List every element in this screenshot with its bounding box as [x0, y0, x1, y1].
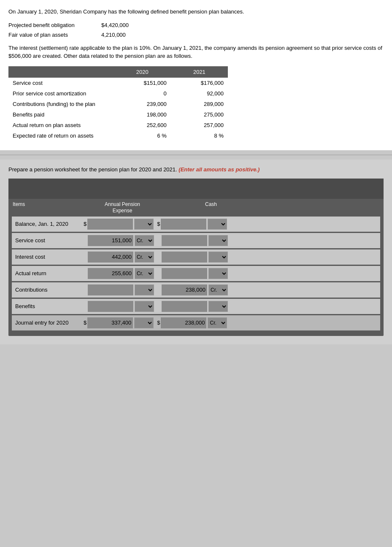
- fvpa-row: Fair value of plan assets 4,210,000: [8, 32, 384, 38]
- table-row: Actual return on plan assets 252,600 257…: [8, 120, 228, 130]
- row-label: Interest cost: [15, 254, 84, 260]
- cash-input[interactable]: [162, 284, 207, 295]
- top-section: On January 1, 2020, Sheridan Company has…: [0, 0, 392, 150]
- fvpa-value: 4,210,000: [101, 32, 126, 38]
- row-val1: 6 %: [114, 130, 171, 141]
- cash-input[interactable]: [162, 252, 207, 263]
- annual-select[interactable]: Dr.Cr.: [135, 284, 154, 295]
- col-2021-header: 2021: [171, 66, 228, 78]
- annual-input[interactable]: [88, 235, 133, 246]
- fvpa-label: Fair value of plan assets: [8, 32, 101, 38]
- annual-input[interactable]: [87, 219, 133, 230]
- cash-select[interactable]: Dr.Cr.: [208, 301, 228, 312]
- col-2020-header: 2020: [114, 66, 171, 78]
- worksheet-row: Balance, Jan. 1, 2020 $ Dr.Cr. $ Dr.Cr.: [12, 217, 380, 232]
- row-val1: 252,600: [114, 120, 171, 130]
- journal-annual-select[interactable]: Cr. Dr.: [134, 317, 154, 328]
- row-label: Actual return: [15, 270, 84, 276]
- row-val2: $176,000: [171, 78, 228, 88]
- row-val2: 289,000: [171, 99, 228, 109]
- worksheet-row: Contributions Dr.Cr. Cr.Dr.: [12, 282, 380, 298]
- row-val2: 92,000: [171, 88, 228, 99]
- bottom-intro: Prepare a pension worksheet for the pens…: [8, 166, 384, 173]
- col-items-label: Items: [13, 201, 84, 214]
- journal-cash-select[interactable]: Cr. Dr.: [208, 317, 227, 328]
- worksheet-row: Benefits Dr.Cr. Dr.Cr.: [12, 299, 380, 314]
- annual-input[interactable]: [88, 284, 133, 295]
- row-label: Contributions: [15, 287, 84, 293]
- journal-dollar-annual: $: [84, 320, 87, 326]
- bottom-intro-text: Prepare a pension worksheet for the pens…: [8, 166, 177, 173]
- annual-select[interactable]: Dr.Cr.: [135, 301, 154, 312]
- pbo-value: $4,420,000: [101, 22, 129, 28]
- cash-select[interactable]: Dr.Cr.: [208, 252, 228, 263]
- separator: [0, 154, 392, 155]
- cash-select[interactable]: Dr.Cr.: [208, 235, 228, 246]
- worksheet-container: Items Annual Pension Expense Cash Balanc…: [8, 179, 384, 336]
- journal-cash-input[interactable]: [161, 317, 206, 328]
- row-val2: 257,000: [171, 120, 228, 130]
- row-label: Contributions (funding) to the plan: [8, 99, 114, 109]
- worksheet-row: Actual return Cr.Dr.Cr. Dr.Cr.: [12, 266, 380, 281]
- pbo-label: Projected benefit obligation: [8, 22, 101, 28]
- row-val2: 8 %: [171, 130, 228, 141]
- annual-input[interactable]: [88, 301, 133, 312]
- row-val1: 0: [114, 88, 171, 99]
- description-paragraph: The interest (settlement) rate applicabl…: [8, 44, 384, 60]
- row-label: Prior service cost amortization: [8, 88, 114, 99]
- cash-select[interactable]: Cr.Dr.: [208, 284, 228, 295]
- journal-dollar-cash: $: [157, 320, 160, 326]
- row-label: Service cost: [8, 78, 114, 88]
- cash-input[interactable]: [162, 235, 207, 246]
- bottom-intro-em: (Enter all amounts as positive.): [178, 166, 260, 173]
- worksheet-col-labels: Items Annual Pension Expense Cash: [8, 199, 384, 215]
- cash-select[interactable]: Dr.Cr.: [208, 219, 227, 230]
- row-label: Balance, Jan. 1, 2020: [15, 221, 84, 227]
- table-row: Benefits paid 198,000 275,000: [8, 109, 228, 120]
- row-label: Actual return on plan assets: [8, 120, 114, 130]
- dollar-annual: $: [84, 221, 87, 227]
- data-table: 2020 2021 Service cost $151,000 $176,000…: [8, 66, 228, 141]
- row-val1: 198,000: [114, 109, 171, 120]
- annual-select[interactable]: Cr.Dr.Cr.: [135, 252, 154, 263]
- journal-annual-input[interactable]: [87, 317, 133, 328]
- annual-select[interactable]: Cr.Dr.Cr.: [135, 268, 154, 279]
- row-label: Benefits paid: [8, 109, 114, 120]
- row-val1: $151,000: [114, 78, 171, 88]
- dollar-cash: $: [157, 221, 160, 227]
- journal-label: Journal entry for 2020: [15, 320, 84, 326]
- row-label: Expected rate of return on assets: [8, 130, 114, 141]
- table-row: Prior service cost amortization 0 92,000: [8, 88, 228, 99]
- cash-input[interactable]: [162, 268, 207, 279]
- row-val1: 239,000: [114, 99, 171, 109]
- table-row: Service cost $151,000 $176,000: [8, 78, 228, 88]
- annual-select[interactable]: Cr.Dr.Cr.: [135, 235, 154, 246]
- annual-select[interactable]: Dr.Cr.: [134, 219, 154, 230]
- cash-input[interactable]: [161, 219, 206, 230]
- col-annual-label: Annual Pension Expense: [84, 201, 160, 214]
- annual-input[interactable]: [88, 252, 133, 263]
- pbo-row: Projected benefit obligation $4,420,000: [8, 22, 384, 28]
- table-row: Expected rate of return on assets 6 % 8 …: [8, 130, 228, 141]
- col-cash-label: Cash: [173, 201, 249, 214]
- intro-paragraph: On January 1, 2020, Sheridan Company has…: [8, 8, 384, 16]
- worksheet-row: Interest cost Cr.Dr.Cr. Dr.Cr.: [12, 249, 380, 265]
- cash-input[interactable]: [162, 301, 207, 312]
- row-label: Benefits: [15, 303, 84, 309]
- worksheet-header: [8, 179, 384, 199]
- cash-select[interactable]: Dr.Cr.: [208, 268, 228, 279]
- annual-input[interactable]: [88, 268, 133, 279]
- worksheet-row: Service cost Cr.Dr.Cr. Dr.Cr.: [12, 233, 380, 248]
- row-label: Service cost: [15, 237, 84, 244]
- journal-entry-row: Journal entry for 2020 $ Cr. Dr. $ Cr. D…: [12, 315, 380, 330]
- bottom-section: Prepare a pension worksheet for the pens…: [0, 160, 392, 344]
- row-val2: 275,000: [171, 109, 228, 120]
- table-row: Contributions (funding) to the plan 239,…: [8, 99, 228, 109]
